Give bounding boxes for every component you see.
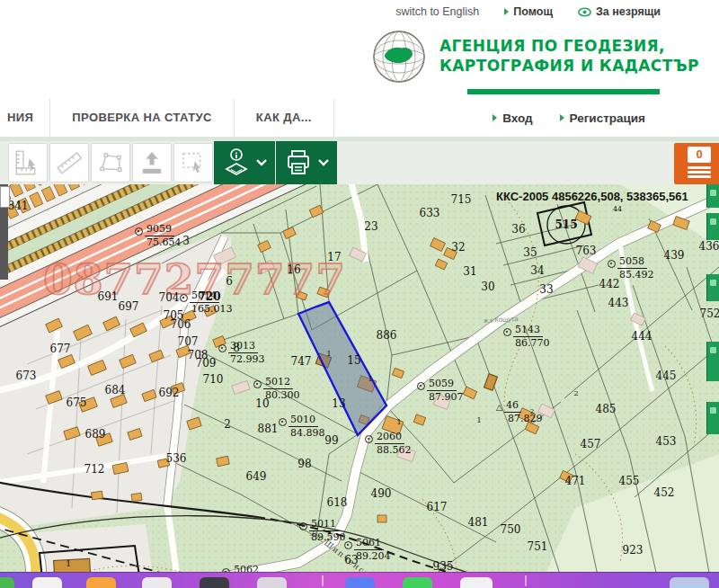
parcel-label: 36 xyxy=(511,223,525,236)
parcel-label: 684 xyxy=(105,384,126,396)
survey-point-number: 5011 xyxy=(309,519,339,531)
map-side-button[interactable] xyxy=(706,213,719,240)
chevron-right-icon xyxy=(504,8,509,15)
accessibility-link[interactable]: За незрящи xyxy=(578,5,661,18)
parcel-label: 935 xyxy=(433,560,454,573)
help-label: Помощ xyxy=(513,5,553,18)
nav-tab-partial[interactable]: НИЯ xyxy=(0,99,50,137)
parcel-label: 471 xyxy=(565,475,586,487)
dock-app-icon[interactable] xyxy=(200,577,229,588)
main-navigation: НИЯ ПРОВЕРКА НА СТАТУС КАК ДА... Вход Ре… xyxy=(0,99,719,138)
measure-distance-button[interactable] xyxy=(49,143,89,183)
survey-point-marker: 506189.204 xyxy=(344,538,391,562)
dock-app-icon[interactable] xyxy=(257,577,287,588)
survey-point-marker: 206088.562 xyxy=(365,432,412,456)
building-footprint xyxy=(131,493,142,501)
dock-app-icon[interactable] xyxy=(86,577,116,588)
chevron-down-icon xyxy=(256,159,267,166)
basket-button[interactable]: 0 xyxy=(674,143,719,184)
parcel-label: 715 xyxy=(451,193,472,206)
survey-point-elevation: 86.770 xyxy=(515,338,550,349)
dock-app-icon[interactable] xyxy=(142,577,172,588)
survey-point-elevation: 87.829 xyxy=(508,414,543,424)
agency-name: АГЕНЦИЯ ПО ГЕОДЕЗИЯ, КАРТОГРАФИЯ И КАДАС… xyxy=(439,36,699,76)
parcel-label: 689 xyxy=(85,428,106,441)
print-dropdown[interactable] xyxy=(276,141,337,184)
help-link[interactable]: Помощ xyxy=(504,5,553,18)
dock-app-icon[interactable] xyxy=(670,577,709,588)
parcel-label: 1 xyxy=(396,418,401,426)
parcel-label: 15 xyxy=(347,354,360,367)
parcel-label: 490 xyxy=(371,487,392,500)
parcel-label: 44 xyxy=(613,205,622,213)
info-layers-dropdown[interactable] xyxy=(214,141,275,184)
survey-point-marker: 501084.898 xyxy=(279,414,325,439)
building-footprint xyxy=(92,491,103,500)
dock-app-icon[interactable] xyxy=(0,577,14,588)
basket-list-icon xyxy=(688,171,711,174)
parcel-label: 444 xyxy=(632,330,652,343)
login-link[interactable]: Вход xyxy=(493,111,532,125)
dock-app-icon[interactable] xyxy=(403,577,432,588)
printer-icon xyxy=(284,148,313,177)
survey-point-icon xyxy=(365,435,373,443)
agency-logo[interactable]: АГЕНЦИЯ ПО ГЕОДЕЗИЯ, КАРТОГРАФИЯ И КАДАС… xyxy=(370,28,699,85)
basket-list-icon xyxy=(688,175,711,178)
chevron-right-icon xyxy=(493,114,497,121)
triangulation-point-icon: △ xyxy=(496,404,502,413)
survey-point-elevation: 165.013 xyxy=(191,304,233,315)
survey-point-number: 5012 xyxy=(263,377,293,389)
parcel-label: 1 xyxy=(368,375,372,383)
parcel-label: 17 xyxy=(327,251,341,263)
parcel-label: 457 xyxy=(581,438,601,450)
nav-tab-how-to[interactable]: КАК ДА... xyxy=(235,99,334,137)
parcel-label: 697 xyxy=(119,300,139,313)
measure-area-button[interactable] xyxy=(91,143,130,183)
parcel-label: 1 xyxy=(326,350,331,358)
map-side-button[interactable] xyxy=(706,274,719,301)
survey-point-elevation: 72.993 xyxy=(230,354,265,365)
parcel-label: 16 xyxy=(287,263,300,276)
survey-point-marker: 514386.770 xyxy=(503,325,550,349)
parcel-label: 704 xyxy=(159,291,180,304)
survey-point-number: 46 xyxy=(504,400,521,413)
parcel-label: 710 xyxy=(203,373,224,386)
survey-point-number: 5014 xyxy=(190,290,219,303)
dock-app-icon[interactable] xyxy=(345,577,375,588)
map-side-button[interactable] xyxy=(706,184,719,208)
parcel-label: 673 xyxy=(16,370,37,382)
upload-button[interactable] xyxy=(132,143,172,183)
survey-point-elevation: 88.562 xyxy=(377,445,412,456)
dock-app-icon[interactable] xyxy=(460,577,493,588)
parcel-label: 617 xyxy=(427,501,448,513)
survey-point-marker: 501189.590 xyxy=(299,519,346,543)
parcel-label: 763 xyxy=(576,245,597,257)
parcel-label: 2 xyxy=(224,418,231,431)
map-toolbar xyxy=(0,141,719,185)
top-utility-bar: switch to English Помощ За незрящи xyxy=(0,5,661,18)
nav-tab-status-check[interactable]: ПРОВЕРКА НА СТАТУС xyxy=(50,99,235,137)
parcel-label: 618 xyxy=(327,496,348,509)
survey-point-icon xyxy=(180,294,188,302)
side-panel-handle[interactable] xyxy=(0,186,10,208)
parcel-label: 34 xyxy=(530,264,544,277)
parcel-label: 677 xyxy=(50,343,71,355)
parcel-label: 439 xyxy=(664,249,685,262)
switch-language-link[interactable]: switch to English xyxy=(395,5,479,18)
dock xyxy=(0,572,719,588)
collapsed-side-panel[interactable] xyxy=(0,184,8,280)
measure-coordinates-button[interactable] xyxy=(8,143,48,183)
map-side-button[interactable] xyxy=(706,342,719,381)
polygon-icon xyxy=(95,148,126,177)
map-side-button[interactable] xyxy=(706,402,719,434)
survey-point-number: 5059 xyxy=(427,379,457,391)
cadastral-map-viewport[interactable]: ККС-2005 4856226,508, 538365,561 0877277… xyxy=(0,184,719,588)
register-link[interactable]: Регистрация xyxy=(560,111,645,125)
dock-app-icon[interactable] xyxy=(32,577,62,588)
eye-icon xyxy=(578,7,591,17)
selection-rectangle-icon xyxy=(178,148,209,177)
survey-point-icon xyxy=(299,522,307,530)
survey-point-elevation: 80.300 xyxy=(265,390,300,401)
register-label: Регистрация xyxy=(570,111,645,125)
select-region-button[interactable] xyxy=(173,143,213,183)
